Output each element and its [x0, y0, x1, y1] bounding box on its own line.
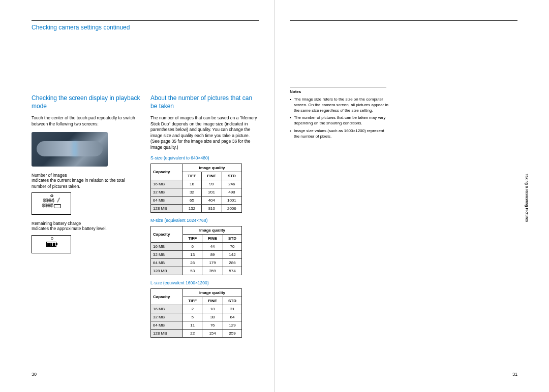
table-title-l: L-size (equivalent 1600×1200): [150, 280, 259, 285]
note-item: The number of pictures that can be taken…: [290, 115, 389, 126]
lcd-line2-wrap: 0005: [42, 204, 60, 209]
th-std: STD: [222, 172, 241, 180]
playback-intro: Touch the center of the touch pad repeat…: [32, 115, 140, 127]
lcd-display: 0004 / 0005: [32, 192, 71, 215]
col-pictures: About the number of pictures that can be…: [150, 94, 259, 338]
table-row: 32 MB32201498: [151, 188, 242, 197]
table-m: CapacityImage quality TIFFFINESTD 16 MB6…: [150, 226, 242, 275]
battery-icon: [46, 242, 56, 247]
th-tiff: TIFF: [182, 172, 202, 180]
right-columns: Notes The image size refers to the size …: [290, 87, 517, 142]
table-row: 16 MB21831: [151, 305, 242, 313]
table-row: 32 MB53864: [151, 313, 242, 321]
tables-wrap: S-size (equivalent to 640×480) CapacityI…: [150, 155, 259, 338]
lcd-line2: 0005: [42, 204, 53, 209]
section-tab: Taking & Reviewing Pictures: [525, 174, 529, 222]
table-row: 128 MB22154259: [151, 330, 242, 338]
page-spread: Checking camera settings continued Check…: [0, 0, 549, 392]
num-images-text: Indicates the current image in relation …: [32, 178, 140, 189]
table-title-s: S-size (equivalent to 640×480): [150, 155, 259, 160]
table-row: 16 MB1699246: [151, 180, 242, 188]
battery-display: [32, 235, 71, 253]
pictures-intro: The number of images that can be saved o…: [150, 115, 259, 150]
notes-rule: [290, 87, 386, 87]
page-number-right: 31: [512, 372, 517, 377]
table-row: 32 MB1389142: [151, 251, 242, 259]
note-item: Image size values (such as 1600×1200) re…: [290, 128, 389, 140]
col-notes: Notes The image size refers to the size …: [290, 87, 399, 142]
page-right: Notes The image size refers to the size …: [274, 0, 549, 392]
note-item: The image size refers to the size on the…: [290, 97, 389, 113]
table-row: 64 MB26179286: [151, 259, 242, 267]
running-head: Checking camera settings continued: [32, 24, 259, 31]
table-s: CapacityImage quality TIFFFINESTD 16 MB1…: [150, 164, 242, 213]
left-columns: Checking the screen display in playback …: [32, 94, 259, 338]
th-iq: Image quality: [182, 164, 242, 172]
table-row: 128 MB53359574: [151, 267, 242, 275]
table-row: 64 MB654041001: [151, 197, 242, 205]
table-row: 64 MB1176129: [151, 321, 242, 330]
col-playback: Checking the screen display in playback …: [32, 94, 140, 338]
pictures-title: About the number of pictures that can be…: [150, 94, 259, 110]
playback-title: Checking the screen display in playback …: [32, 94, 140, 110]
top-rule-right: [290, 20, 517, 21]
th-capacity: Capacity: [151, 164, 182, 180]
battery-head: Remaining battery charge: [32, 221, 140, 226]
num-images-head: Number of images: [32, 173, 140, 178]
top-rule: [32, 20, 259, 21]
th-fine: FINE: [201, 172, 222, 180]
memory-stick-icon: [54, 204, 61, 208]
table-row: 128 MB1328102006: [151, 205, 242, 213]
table-title-m: M-size (equivalent 1024×768): [150, 218, 259, 223]
page-left: Checking camera settings continued Check…: [0, 0, 274, 392]
page-number-left: 30: [32, 372, 37, 377]
table-l: CapacityImage quality TIFFFINESTD 16 MB2…: [150, 288, 242, 338]
battery-text: Indicates the approximate battery level.: [32, 226, 140, 232]
camera-photo: [32, 132, 108, 167]
col-empty: [409, 87, 517, 142]
gutter-rule: [274, 0, 275, 392]
table-row: 16 MB64470: [151, 243, 242, 251]
notes-list: The image size refers to the size on the…: [290, 97, 389, 140]
notes-head: Notes: [290, 89, 399, 94]
